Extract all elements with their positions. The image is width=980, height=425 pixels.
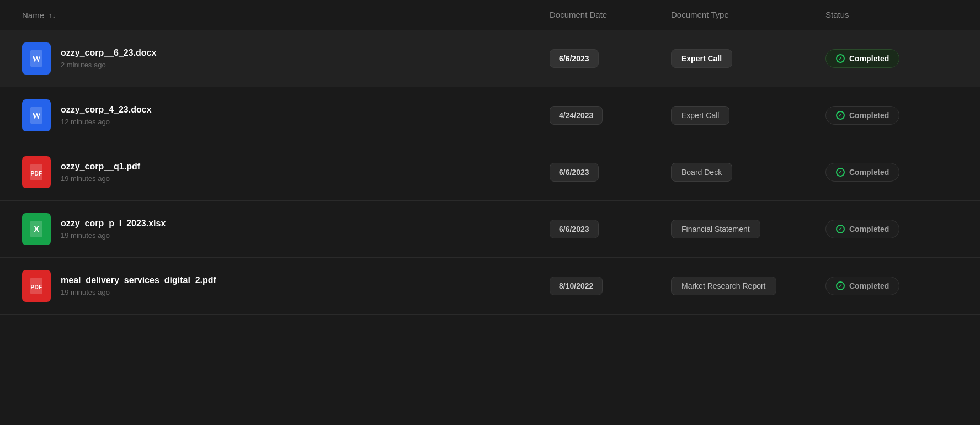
date-col-label: Document Date [550, 10, 607, 19]
table-row[interactable]: PDF meal_delivery_services_digital_2.pdf… [0, 258, 980, 315]
status-cell: Completed [825, 163, 958, 182]
file-time: 19 minutes ago [61, 231, 166, 240]
file-time: 19 minutes ago [61, 288, 216, 296]
file-cell: W ozzy_corp__6_23.docx 2 minutes ago [22, 42, 550, 75]
status-label: Completed [849, 281, 889, 290]
file-info: ozzy_corp__6_23.docx 2 minutes ago [61, 48, 156, 69]
status-cell: Completed [825, 49, 958, 68]
date-badge: 8/10/2022 [550, 277, 603, 295]
pdf-icon-svg: PDF [29, 163, 44, 181]
file-cell: PDF meal_delivery_services_digital_2.pdf… [22, 270, 550, 302]
svg-text:PDF: PDF [31, 284, 42, 290]
status-badge: Completed [825, 49, 899, 68]
date-badge: 6/6/2023 [550, 49, 599, 68]
table-row[interactable]: W ozzy_corp_4_23.docx 12 minutes ago 4/2… [0, 87, 980, 144]
file-icon-pdf: PDF [22, 156, 51, 188]
file-cell: PDF ozzy_corp__q1.pdf 19 minutes ago [22, 156, 550, 188]
file-icon-docx: W [22, 42, 51, 75]
file-cell: X ozzy_corp_p_l_2023.xlsx 19 minutes ago [22, 213, 550, 245]
status-completed-icon [836, 111, 845, 120]
status-badge: Completed [825, 163, 899, 182]
status-cell: Completed [825, 220, 958, 238]
type-cell: Market Research Report [671, 277, 825, 295]
docx-icon-svg: W [29, 107, 44, 124]
date-cell: 6/6/2023 [550, 163, 671, 182]
file-info: meal_delivery_services_digital_2.pdf 19 … [61, 275, 216, 296]
file-name: meal_delivery_services_digital_2.pdf [61, 275, 216, 285]
status-badge: Completed [825, 277, 899, 295]
file-name: ozzy_corp_p_l_2023.xlsx [61, 219, 166, 229]
file-info: ozzy_corp_4_23.docx 12 minutes ago [61, 105, 152, 126]
type-cell: Financial Statement [671, 220, 825, 238]
status-cell: Completed [825, 277, 958, 295]
status-cell: Completed [825, 106, 958, 125]
type-badge: Expert Call [671, 106, 729, 125]
type-badge: Board Deck [671, 163, 732, 182]
svg-text:W: W [32, 111, 41, 120]
status-badge: Completed [825, 106, 899, 125]
type-cell: Expert Call [671, 106, 825, 125]
xlsx-icon-svg: X [29, 220, 44, 238]
status-completed-icon [836, 225, 845, 233]
status-column-header[interactable]: Status [825, 10, 958, 20]
type-cell: Expert Call [671, 49, 825, 68]
status-completed-icon [836, 281, 845, 290]
file-time: 19 minutes ago [61, 174, 140, 183]
date-cell: 8/10/2022 [550, 277, 671, 295]
status-label: Completed [849, 225, 889, 233]
file-name: ozzy_corp_4_23.docx [61, 105, 152, 115]
status-col-label: Status [825, 10, 849, 19]
date-cell: 4/24/2023 [550, 106, 671, 125]
status-label: Completed [849, 111, 889, 120]
file-cell: W ozzy_corp_4_23.docx 12 minutes ago [22, 99, 550, 131]
table-row[interactable]: PDF ozzy_corp__q1.pdf 19 minutes ago 6/6… [0, 144, 980, 201]
type-cell: Board Deck [671, 163, 825, 182]
file-icon-xlsx: X [22, 213, 51, 245]
file-icon-docx: W [22, 99, 51, 131]
file-name: ozzy_corp__6_23.docx [61, 48, 156, 58]
file-time: 12 minutes ago [61, 118, 152, 126]
file-name: ozzy_corp__q1.pdf [61, 162, 140, 172]
name-column-header[interactable]: Name ↑↓ [22, 10, 550, 20]
docx-icon-svg: W [29, 50, 44, 67]
date-badge: 6/6/2023 [550, 163, 599, 182]
date-column-header[interactable]: Document Date [550, 10, 671, 20]
file-time: 2 minutes ago [61, 61, 156, 69]
svg-text:X: X [34, 225, 40, 234]
date-cell: 6/6/2023 [550, 220, 671, 238]
date-badge: 4/24/2023 [550, 106, 603, 125]
type-badge: Expert Call [671, 49, 732, 68]
date-badge: 6/6/2023 [550, 220, 599, 238]
sort-icon: ↑↓ [49, 11, 56, 19]
type-column-header[interactable]: Document Type [671, 10, 825, 20]
status-label: Completed [849, 54, 889, 63]
pdf-icon-svg: PDF [29, 277, 44, 295]
status-completed-icon [836, 168, 845, 177]
table-header: Name ↑↓ Document Date Document Type Stat… [0, 0, 980, 30]
svg-text:W: W [32, 54, 41, 63]
table-row[interactable]: W ozzy_corp__6_23.docx 2 minutes ago 6/6… [0, 30, 980, 87]
table-row[interactable]: X ozzy_corp_p_l_2023.xlsx 19 minutes ago… [0, 201, 980, 258]
file-info: ozzy_corp_p_l_2023.xlsx 19 minutes ago [61, 219, 166, 240]
svg-text:PDF: PDF [31, 171, 42, 177]
type-col-label: Document Type [671, 10, 729, 19]
type-badge: Market Research Report [671, 277, 776, 295]
date-cell: 6/6/2023 [550, 49, 671, 68]
file-info: ozzy_corp__q1.pdf 19 minutes ago [61, 162, 140, 183]
documents-table: Name ↑↓ Document Date Document Type Stat… [0, 0, 980, 315]
file-icon-pdf: PDF [22, 270, 51, 302]
type-badge: Financial Statement [671, 220, 760, 238]
name-col-label: Name [22, 10, 44, 20]
status-completed-icon [836, 54, 845, 63]
status-label: Completed [849, 168, 889, 177]
status-badge: Completed [825, 220, 899, 238]
